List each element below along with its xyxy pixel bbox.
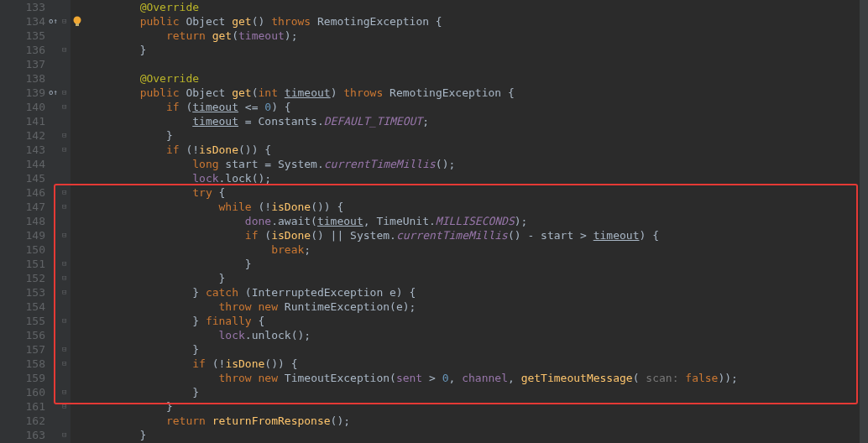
line-number[interactable]: 144	[0, 157, 45, 171]
line-number[interactable]: 141	[0, 114, 45, 128]
override-gutter-icon[interactable]: o↑	[49, 89, 58, 96]
vertical-scrollbar[interactable]	[860, 0, 868, 443]
fold-toggle-icon[interactable]: ⊟	[62, 403, 66, 410]
code-line[interactable]: }	[87, 342, 868, 357]
code-line[interactable]: timeout = Constants.DEFAULT_TIMEOUT;	[87, 114, 868, 128]
line-number[interactable]: 156	[0, 328, 45, 342]
line-number[interactable]: 150	[0, 242, 45, 257]
code-line[interactable]: public Object get() throws RemotingExcep…	[87, 14, 868, 29]
line-number[interactable]: 155	[0, 314, 45, 328]
code-line[interactable]: @Override	[87, 71, 868, 86]
code-editor[interactable]: 1331341351361371381391401411421431441451…	[0, 0, 868, 443]
line-number[interactable]: 160	[0, 385, 45, 399]
fold-toggle-icon[interactable]: ⊟	[62, 360, 66, 367]
line-number[interactable]: 152	[0, 271, 45, 285]
line-number[interactable]: 153	[0, 285, 45, 300]
code-line[interactable]: } catch (InterruptedException e) {	[87, 285, 868, 300]
code-line[interactable]: }	[87, 43, 868, 57]
code-line[interactable]: try {	[87, 185, 868, 200]
line-number[interactable]: 139	[0, 86, 45, 100]
code-line[interactable]	[87, 57, 868, 71]
fold-toggle-icon[interactable]: ⊟	[62, 189, 66, 196]
fold-toggle-icon[interactable]: ⊟	[62, 232, 66, 239]
code-line[interactable]: break;	[87, 242, 868, 257]
fold-toggle-icon[interactable]: ⊟	[62, 317, 66, 325]
line-number[interactable]: 133	[0, 0, 45, 14]
code-line[interactable]: return get(timeout);	[87, 29, 868, 43]
code-line[interactable]: }	[87, 257, 868, 271]
svg-rect-1	[76, 23, 79, 26]
code-line[interactable]: if (!isDone()) {	[87, 357, 868, 371]
code-line[interactable]: }	[87, 399, 868, 414]
code-line[interactable]: @Override	[87, 0, 868, 14]
fold-toggle-icon[interactable]: ⊟	[62, 203, 66, 211]
code-line[interactable]: while (!isDone()) {	[87, 200, 868, 214]
line-number[interactable]: 143	[0, 143, 45, 157]
gutter-annotations: o↑o↑	[49, 0, 60, 443]
fold-toggle-icon[interactable]: ⊟	[62, 146, 66, 154]
line-number[interactable]: 149	[0, 228, 45, 242]
line-number[interactable]: 138	[0, 71, 45, 86]
line-number[interactable]: 147	[0, 200, 45, 214]
intention-bulb-column	[71, 0, 86, 443]
line-number[interactable]: 148	[0, 214, 45, 228]
code-line[interactable]: throw new RuntimeException(e);	[87, 300, 868, 314]
line-number[interactable]: 161	[0, 399, 45, 414]
line-number[interactable]: 136	[0, 43, 45, 57]
line-number[interactable]: 146	[0, 185, 45, 200]
code-line[interactable]: }	[87, 271, 868, 285]
line-number[interactable]: 162	[0, 414, 45, 428]
code-line[interactable]: done.await(timeout, TimeUnit.MILLISECOND…	[87, 214, 868, 228]
code-line[interactable]: public Object get(int timeout) throws Re…	[87, 86, 868, 100]
line-number[interactable]: 142	[0, 128, 45, 143]
code-line[interactable]: lock.lock();	[87, 171, 868, 185]
line-number[interactable]: 154	[0, 300, 45, 314]
fold-toggle-icon[interactable]: ⊟	[62, 346, 66, 353]
code-line[interactable]: if (timeout <= 0) {	[87, 100, 868, 114]
line-number[interactable]: 145	[0, 171, 45, 185]
line-number-gutter[interactable]: 1331341351361371381391401411421431441451…	[0, 0, 49, 443]
fold-toggle-icon[interactable]: ⊟	[62, 46, 66, 54]
fold-toggle-icon[interactable]: ⊟	[62, 274, 66, 282]
fold-toggle-icon[interactable]: ⊟	[62, 260, 66, 268]
line-number[interactable]: 140	[0, 100, 45, 114]
code-line[interactable]: return returnFromResponse();	[87, 414, 868, 428]
code-area[interactable]: @Override public Object get() throws Rem…	[86, 0, 868, 443]
code-line[interactable]: lock.unlock();	[87, 328, 868, 342]
code-line[interactable]: }	[87, 428, 868, 442]
line-number[interactable]: 151	[0, 257, 45, 271]
override-gutter-icon[interactable]: o↑	[49, 18, 58, 25]
fold-toggle-icon[interactable]: ⊟	[62, 103, 66, 111]
code-line[interactable]: throw new TimeoutException(sent > 0, cha…	[87, 371, 868, 385]
fold-toggle-icon[interactable]: ⊟	[62, 388, 66, 396]
fold-toggle-icon[interactable]: ⊟	[62, 89, 66, 96]
line-number[interactable]: 158	[0, 357, 45, 371]
line-number[interactable]: 163	[0, 428, 45, 442]
code-line[interactable]: } finally {	[87, 314, 868, 328]
code-line[interactable]: if (!isDone()) {	[87, 143, 868, 157]
line-number[interactable]: 137	[0, 57, 45, 71]
code-line[interactable]: }	[87, 385, 868, 399]
fold-toggle-icon[interactable]: ⊟	[62, 18, 66, 25]
fold-toggle-icon[interactable]: ⊟	[62, 289, 66, 296]
fold-toggle-icon[interactable]: ⊟	[62, 132, 66, 139]
code-line[interactable]: }	[87, 128, 868, 143]
intention-bulb-icon[interactable]	[71, 15, 83, 27]
line-number[interactable]: 134	[0, 14, 45, 29]
svg-point-0	[74, 17, 81, 24]
line-number[interactable]: 135	[0, 29, 45, 43]
line-number[interactable]: 159	[0, 371, 45, 385]
fold-toggle-icon[interactable]: ⊟	[62, 431, 66, 439]
code-line[interactable]: long start = System.currentTimeMillis();	[87, 157, 868, 171]
line-number[interactable]: 157	[0, 342, 45, 357]
code-line[interactable]: if (isDone() || System.currentTimeMillis…	[87, 228, 868, 242]
fold-column[interactable]: ⊟⊟⊟⊟⊟⊟⊟⊟⊟⊟⊟⊟⊟⊟⊟⊟⊟⊟	[60, 0, 71, 443]
